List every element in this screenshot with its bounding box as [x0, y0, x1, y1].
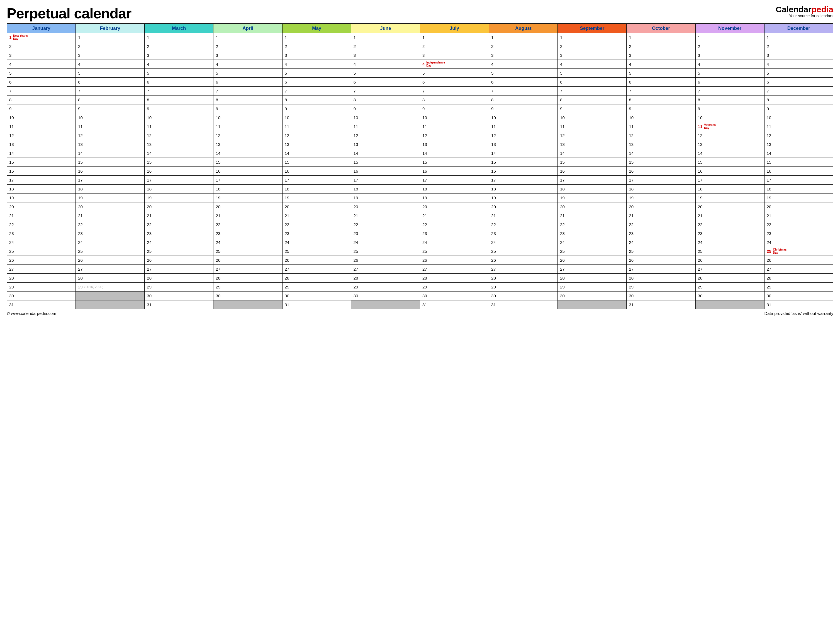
day-cell: 20 — [764, 202, 833, 211]
day-row: 232323232323232323232323 — [7, 229, 833, 238]
day-number: 3 — [560, 53, 562, 58]
day-cell: 16 — [7, 167, 76, 176]
day-cell: 27 — [489, 265, 558, 274]
day-cell: 1 — [558, 33, 627, 42]
day-number: 25 — [698, 249, 703, 254]
day-number: 30 — [767, 293, 772, 298]
day-cell: 4 — [695, 60, 764, 69]
day-number: 17 — [216, 178, 220, 182]
holiday-label: Veterans Day — [704, 124, 721, 129]
day-cell: 21 — [558, 211, 627, 220]
day-number: 26 — [285, 258, 289, 263]
day-cell: 30 — [489, 292, 558, 300]
day-number: 11 — [491, 124, 496, 129]
day-number: 7 — [698, 88, 700, 93]
day-number: 4 — [354, 62, 356, 66]
day-cell: 26 — [7, 256, 76, 265]
day-number: 9 — [491, 106, 493, 111]
day-number: 27 — [560, 267, 565, 271]
day-cell: 3 — [695, 51, 764, 60]
day-number: 22 — [285, 222, 289, 227]
day-number: 25 — [629, 249, 633, 254]
day-number: 6 — [698, 80, 700, 84]
day-cell: 10 — [213, 113, 282, 122]
day-number: 28 — [285, 276, 289, 281]
day-number: 30 — [285, 293, 289, 298]
day-cell: 27 — [145, 265, 213, 274]
day-cell: 11 — [7, 122, 76, 131]
day-number: 2 — [422, 44, 425, 49]
day-number: 11 — [560, 124, 565, 129]
day-cell: 3 — [558, 51, 627, 60]
day-cell: 6 — [145, 78, 213, 87]
day-cell: 17 — [558, 176, 627, 184]
day-cell: 5 — [695, 69, 764, 78]
day-cell: 20 — [695, 202, 764, 211]
day-number: 22 — [629, 222, 633, 227]
day-number: 15 — [354, 160, 358, 164]
day-number: 9 — [560, 106, 562, 111]
day-row: 3030303030303030303030 — [7, 292, 833, 300]
day-cell: 15 — [420, 158, 489, 167]
day-number: 23 — [147, 231, 152, 236]
day-number: 20 — [78, 204, 83, 209]
day-number: 18 — [78, 186, 83, 191]
day-cell: 25 — [489, 247, 558, 256]
day-number: 18 — [147, 186, 152, 191]
day-number: 4 — [629, 62, 631, 66]
day-cell: 13 — [145, 140, 213, 149]
day-cell: 3 — [420, 51, 489, 60]
day-cell: 4 — [145, 60, 213, 69]
day-cell: 22 — [213, 220, 282, 229]
day-cell: 21 — [145, 211, 213, 220]
day-cell: 13 — [282, 140, 351, 149]
day-number: 30 — [422, 293, 427, 298]
day-cell: 19 — [695, 194, 764, 202]
day-cell: 12 — [489, 131, 558, 140]
day-number: 7 — [560, 88, 562, 93]
day-cell: 29 — [282, 282, 351, 292]
day-cell: 14 — [764, 149, 833, 158]
day-cell: 28 — [7, 274, 76, 282]
day-number: 14 — [147, 151, 152, 156]
day-cell: 2 — [627, 42, 695, 51]
day-number: 21 — [491, 213, 496, 218]
holiday-label: Independence Day — [426, 61, 443, 67]
day-cell: 7 — [558, 87, 627, 96]
day-number: 24 — [285, 240, 289, 245]
day-number: 21 — [216, 213, 220, 218]
day-cell: 1 — [764, 33, 833, 42]
day-row: 888888888888 — [7, 96, 833, 104]
day-number: 23 — [560, 231, 565, 236]
day-number: 20 — [698, 204, 703, 209]
day-number: 2 — [285, 44, 287, 49]
day-number: 23 — [767, 231, 772, 236]
day-cell: 16 — [627, 167, 695, 176]
day-cell: 9 — [627, 104, 695, 113]
day-number: 5 — [354, 71, 356, 76]
day-number: 24 — [698, 240, 703, 245]
day-cell: 1 — [351, 33, 420, 42]
day-row: 202020202020202020202020 — [7, 202, 833, 211]
day-cell: 15 — [489, 158, 558, 167]
day-number: 16 — [9, 169, 14, 173]
day-number: 24 — [629, 240, 633, 245]
day-number: 25 — [422, 249, 427, 254]
day-number: 31 — [767, 303, 772, 307]
brand-block: Calendarpedia Your source for calendars — [776, 5, 833, 18]
day-number: 17 — [78, 178, 83, 182]
day-cell: 20 — [145, 202, 213, 211]
day-cell: 13 — [627, 140, 695, 149]
day-row: 555555555555 — [7, 69, 833, 78]
day-cell: 23 — [213, 229, 282, 238]
day-number: 13 — [629, 142, 633, 147]
day-number: 10 — [698, 115, 703, 120]
day-cell: 18 — [282, 184, 351, 194]
day-cell: 19 — [627, 194, 695, 202]
day-cell: 22 — [695, 220, 764, 229]
day-number: 11 — [354, 124, 358, 129]
day-number: 5 — [147, 71, 149, 76]
day-number: 28 — [216, 276, 220, 281]
header: Perpetual calendar Calendarpedia Your so… — [7, 5, 833, 22]
day-cell: 6 — [695, 78, 764, 87]
